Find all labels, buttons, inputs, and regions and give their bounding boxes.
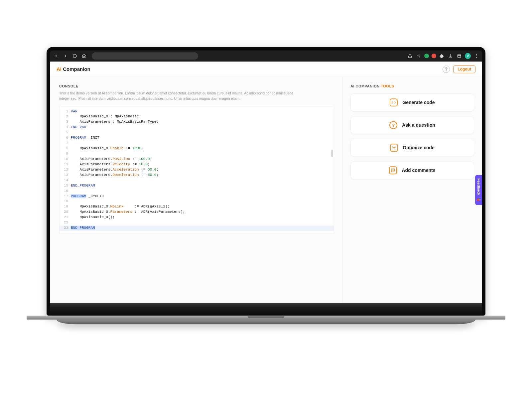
code-content [71,220,331,225]
code-line[interactable]: 23END_PROGRAM [60,225,334,231]
line-number: 10 [60,157,71,162]
tools-pane: AI COMPANION TOOLS Generate code?Ask a q… [342,77,482,303]
scroll-marker [331,150,333,157]
line-number: 16 [60,189,71,194]
line-number: 20 [60,210,71,215]
share-icon[interactable] [407,53,413,59]
tools-title-accent: TOOLS [381,84,394,88]
code-content: MpAxisBasic_0 : MpAxisBasic; [71,114,331,120]
profile-avatar[interactable]: V [465,53,471,59]
browser-address-bar[interactable] [92,52,198,60]
tool-optimize[interactable]: Optimize code [350,139,474,157]
line-number: 3 [60,120,71,125]
code-line[interactable]: 19 MpAxisBasic_0.MpLink := ADR(gAxis_1); [60,204,334,210]
code-line[interactable]: 11 AxisParameters.Velocity := 10.0; [60,162,334,167]
question-icon: ? [389,121,397,129]
code-editor[interactable]: 1VAR2 MpAxisBasic_0 : MpAxisBasic;3 Axis… [59,106,334,234]
help-icon[interactable]: ? [443,66,450,73]
feedback-tab[interactable]: Feedback 📣 [475,175,482,205]
code-line[interactable]: 4END_VAR [60,125,334,130]
line-number: 15 [60,183,71,189]
line-number: 19 [60,204,71,210]
code-line[interactable]: 6PROGRAM _INIT [60,135,334,141]
code-content: VAR [71,109,331,114]
browser-forward-icon[interactable] [62,52,69,60]
line-number: 11 [60,162,71,167]
line-number: 14 [60,178,71,183]
extension-green-icon[interactable] [424,54,429,58]
code-line[interactable]: 22 [60,220,334,225]
code-content: MpAxisBasic_0.Parameters := ADR(AxisPara… [71,210,331,215]
code-line[interactable]: 8 MpAxisBasic_0.Enable := TRUE; [60,146,334,151]
gear-icon [390,144,398,152]
code-icon [390,98,398,106]
code-line[interactable]: 17PROGRAM _CYCLIC [60,194,334,199]
code-line[interactable]: 9 [60,151,334,157]
code-line[interactable]: 12 AxisParameters.Acceleration := 50.0; [60,167,334,173]
code-line[interactable]: 21 MpAxisBasic_0(); [60,215,334,220]
line-number: 13 [60,173,71,178]
browser-reload-icon[interactable] [71,52,78,60]
code-content [71,189,331,194]
app-body: CONSOLE This is the demo version of AI c… [50,77,482,303]
code-line[interactable]: 7 [60,141,334,146]
extensions-puzzle-icon[interactable] [439,53,445,59]
tool-comments[interactable]: Add comments [350,161,474,179]
screen-bezel: ☆ V ⋮ [47,47,485,316]
download-icon[interactable] [448,53,454,59]
code-line[interactable]: 20 MpAxisBasic_0.Parameters := ADR(AxisP… [60,210,334,215]
code-line[interactable]: 13 AxisParameters.Deceleration := 50.0; [60,173,334,178]
browser-home-icon[interactable] [80,52,88,60]
tools-title-prefix: AI COMPANION [350,84,381,88]
line-number: 6 [60,135,71,141]
code-line[interactable]: 15END_PROGRAM [60,183,334,189]
code-content [71,151,331,157]
browser-back-icon[interactable] [53,52,60,60]
tool-generate[interactable]: Generate code [350,93,474,111]
code-line[interactable]: 1VAR [60,109,334,114]
console-pane: CONSOLE This is the demo version of AI c… [50,77,342,303]
line-number: 8 [60,146,71,151]
code-line[interactable]: 18 [60,199,334,204]
line-number: 12 [60,167,71,173]
code-content: AxisParameters.Position := 100.0; [71,157,331,162]
app-header: AI Companion ? Logout [50,62,482,77]
code-content: MpAxisBasic_0(); [71,215,331,220]
code-line[interactable]: 16 [60,189,334,194]
kebab-menu-icon[interactable]: ⋮ [473,53,479,59]
code-line[interactable]: 2 MpAxisBasic_0 : MpAxisBasic; [60,114,334,120]
tool-ask[interactable]: ?Ask a question [350,116,474,134]
code-line[interactable]: 10 AxisParameters.Position := 100.0; [60,157,334,162]
browser-toolbar: ☆ V ⋮ [50,50,482,62]
line-number: 9 [60,151,71,157]
line-number: 17 [60,194,71,199]
code-content: END_PROGRAM [71,225,331,231]
logout-button[interactable]: Logout [453,65,475,73]
laptop-hinge [27,316,505,320]
tool-label: Add comments [402,168,435,173]
tools-title: AI COMPANION TOOLS [350,84,474,88]
bookmark-star-icon[interactable]: ☆ [416,53,422,59]
code-content: PROGRAM _CYCLIC [71,194,331,199]
line-number: 5 [60,130,71,136]
app-root: AI Companion ? Logout CONSOLE This is th… [50,62,482,303]
svg-point-1 [393,147,395,149]
window-icon[interactable] [456,53,462,59]
line-number: 2 [60,114,71,120]
tool-label: Generate code [402,100,435,105]
comment-code-icon [389,166,397,174]
line-number: 7 [60,141,71,146]
code-line[interactable]: 14 [60,178,334,183]
code-line[interactable]: 3 AxisParameters : MpAxisBasicParType; [60,120,334,125]
laptop-frame: ☆ V ⋮ [47,47,485,324]
laptop-base [50,303,482,316]
line-number: 1 [60,109,71,114]
code-content: AxisParameters : MpAxisBasicParType; [71,120,331,125]
extension-red-icon[interactable] [432,54,436,58]
line-number: 23 [60,225,71,231]
code-content: END_VAR [71,125,331,130]
code-line[interactable]: 5 [60,130,334,136]
line-number: 22 [60,220,71,225]
code-content: AxisParameters.Deceleration := 50.0; [71,173,331,178]
brand-rest: Companion [62,66,90,72]
